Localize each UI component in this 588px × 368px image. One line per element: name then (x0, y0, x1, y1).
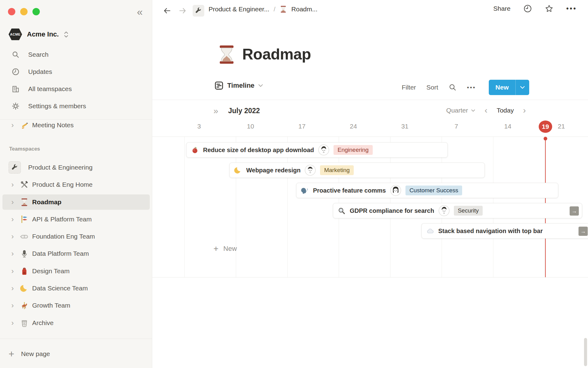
sidebar-item-label: Product & Eng Home (32, 181, 92, 188)
sidebar-item-meeting-notes[interactable]: › Meeting Notes (0, 118, 152, 132)
team-tag: Customer Success (405, 186, 462, 195)
new-page-button[interactable]: + New page (0, 346, 152, 362)
chevron-right-icon[interactable]: › (10, 250, 15, 257)
sidebar-item-growth-team[interactable]: › Growth Team (0, 297, 152, 314)
chevron-right-icon[interactable]: › (10, 302, 15, 309)
sidebar-item-label: Search (28, 51, 49, 58)
chevron-right-icon[interactable]: › (10, 285, 15, 292)
history-clock-icon[interactable] (523, 4, 532, 13)
sidebar-item-data-platform-team[interactable]: › Data Platform Team (0, 245, 152, 262)
teamspaces-section-label: Teamspaces (9, 146, 40, 152)
writing-hand-icon (20, 121, 28, 129)
chevron-right-icon[interactable]: › (10, 319, 15, 327)
sidebar-item-label: All teamspaces (28, 85, 72, 93)
crescent-moon-icon (234, 167, 242, 174)
chevron-right-icon[interactable]: › (10, 216, 15, 223)
breadcrumb: Product & Engineer... / Roadm... (209, 6, 318, 13)
filter-button[interactable]: Filter (402, 84, 416, 91)
man-sketch-avatar (318, 144, 329, 155)
close-window-button[interactable] (8, 8, 15, 15)
favorite-star-icon[interactable] (545, 4, 553, 13)
chevron-right-icon[interactable]: › (10, 121, 15, 129)
page-title[interactable]: Roadmap (242, 45, 311, 63)
sidebar-item-updates[interactable]: Updates (0, 63, 152, 80)
sidebar-item-all-teamspaces[interactable]: All teamspaces (0, 80, 152, 98)
crescent-moon-icon (20, 284, 28, 293)
sidebar-item-roadmap[interactable]: › Roadmap (0, 194, 152, 211)
wastebasket-icon (20, 319, 28, 327)
timeline-item-title: Reduce size of desktop app download (203, 147, 314, 154)
sidebar-item-product-engineering[interactable]: Product & Engineering (0, 159, 152, 176)
back-arrow-icon[interactable] (163, 7, 171, 15)
speaking-head-icon (301, 187, 309, 194)
sidebar-item-data-science-team[interactable]: › Data Science Team (0, 280, 152, 297)
team-tag: Security (454, 206, 483, 216)
new-button[interactable]: New (489, 80, 515, 95)
breadcrumb-teamspace-icon[interactable] (193, 5, 204, 17)
sidebar-item-archive[interactable]: › Archive (0, 314, 152, 332)
week-gridline (236, 137, 236, 277)
workspace-switcher[interactable]: ACME Acme Inc. (9, 27, 69, 42)
window-controls (8, 8, 40, 15)
building-icon (12, 85, 20, 93)
timeline-new-item-button[interactable]: + New (213, 242, 237, 256)
apple-icon (191, 146, 199, 154)
topbar-actions: Share ••• (493, 4, 577, 13)
topbar: Product & Engineer... / Roadm... Share •… (152, 0, 588, 20)
sidebar-item-search[interactable]: Search (0, 46, 152, 63)
vertical-scrollbar[interactable] (584, 338, 587, 366)
collapse-sidebar-icon[interactable]: « (137, 7, 143, 17)
view-toolbar: Timeline Filter Sort ••• New (152, 79, 588, 95)
timeline-zoom-select[interactable]: Quarter (446, 107, 475, 114)
more-options-icon[interactable]: ••• (566, 5, 577, 13)
timeline-item-gdpr-compliance[interactable]: GDPR compliance for search Security → (333, 203, 582, 218)
breadcrumb-page[interactable]: Roadm... (291, 6, 317, 13)
clock-icon (12, 68, 20, 76)
tab-timeline-view[interactable]: Timeline (214, 81, 263, 90)
chevron-right-icon[interactable]: › (10, 198, 15, 206)
chevron-down-icon (471, 109, 475, 112)
today-button[interactable]: Today (497, 107, 514, 114)
timeline-item-proactive-feature-comms[interactable]: Proactive feature comms Customer Success (296, 183, 558, 198)
maximize-window-button[interactable] (32, 8, 40, 15)
timeline-item-title: Stack based navigation with top bar (438, 228, 543, 235)
man-sketch-avatar (439, 205, 450, 216)
date-label: 24 (350, 123, 357, 130)
new-button-dropdown[interactable] (516, 80, 529, 95)
chevron-right-icon[interactable]: › (10, 233, 15, 240)
sidebar-item-settings-members[interactable]: Settings & members (0, 98, 152, 115)
sidebar-item-label: Updates (28, 68, 52, 75)
woman-sketch-avatar (390, 185, 401, 196)
timeline-item-webpage-redesign[interactable]: Webpage redesign Marketing (229, 163, 485, 178)
sidebar-item-product-eng-home[interactable]: › Product & Eng Home (0, 176, 152, 193)
view-tab-label: Timeline (227, 82, 254, 90)
today-date-badge: 19 (539, 121, 552, 133)
search-icon[interactable] (449, 83, 457, 91)
cloud-icon (426, 227, 434, 235)
forward-arrow-icon[interactable] (179, 7, 187, 15)
sort-button[interactable]: Sort (426, 84, 438, 91)
double-chevron-right-icon[interactable]: » (213, 106, 218, 116)
more-options-icon[interactable]: ••• (467, 84, 476, 91)
minimize-window-button[interactable] (20, 8, 28, 15)
open-page-arrow-button[interactable]: → (579, 227, 588, 236)
timeline-item-stack-navigation[interactable]: Stack based navigation with top bar → (421, 223, 588, 239)
chevron-right-icon[interactable]: › (10, 181, 15, 188)
sidebar-item-api-platform-team[interactable]: › API & Platform Team (0, 211, 152, 228)
timeline-item-reduce-app-size[interactable]: Reduce size of desktop app download Engi… (186, 142, 448, 158)
hourglass-icon (280, 6, 287, 13)
chevron-right-icon[interactable]: › (10, 267, 15, 275)
sidebar-item-foundation-eng-team[interactable]: › Foundation Eng Team (0, 228, 152, 245)
workspace-logo: ACME (9, 29, 22, 40)
sidebar-item-design-team[interactable]: › Design Team (0, 263, 152, 280)
previous-period-icon[interactable]: ‹ (484, 107, 487, 114)
open-page-arrow-button[interactable]: → (570, 206, 579, 216)
next-period-icon[interactable]: › (523, 107, 526, 114)
sidebar-item-label: Design Team (32, 267, 70, 275)
sidebar-item-label: Data Platform Team (32, 250, 89, 257)
hourglass-icon[interactable] (217, 44, 237, 66)
workspace-switch-icon (64, 31, 69, 38)
team-tag: Marketing (320, 165, 353, 175)
breadcrumb-teamspace[interactable]: Product & Engineer... (209, 6, 269, 13)
share-button[interactable]: Share (493, 5, 511, 12)
